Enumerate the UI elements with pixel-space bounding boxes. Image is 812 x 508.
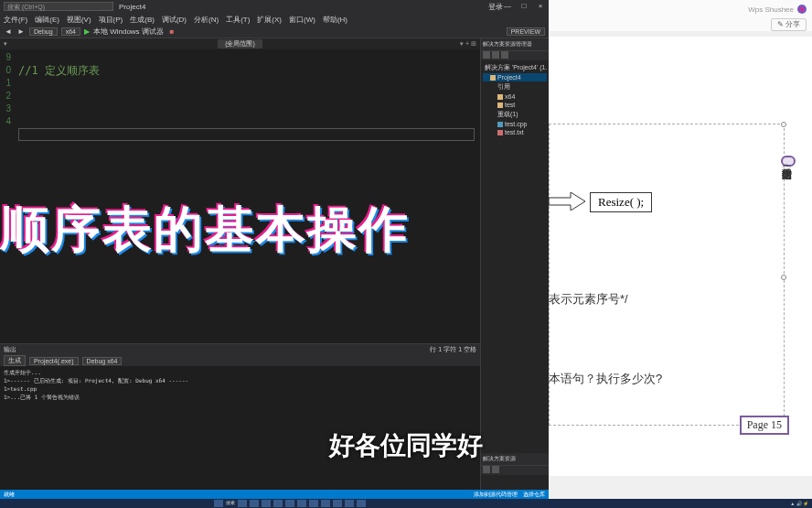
cursor-location: 行 1 字符 1 空格: [430, 345, 476, 354]
txt-icon: [497, 130, 503, 135]
menu-analyze[interactable]: 分析(N): [194, 15, 219, 25]
menu-debug[interactable]: 调试(D): [162, 15, 187, 25]
taskbar-app[interactable]: [273, 500, 283, 507]
taskbar-search[interactable]: 搜索: [226, 500, 235, 507]
menu-build[interactable]: 生成(B): [130, 15, 155, 25]
editor-breadcrumb-bar: ▾ (全局范围) ▾ + ⊞: [0, 38, 480, 49]
maximize-icon[interactable]: □: [519, 2, 529, 11]
minimize-icon[interactable]: —: [503, 2, 512, 11]
forward-icon[interactable]: ►: [16, 27, 26, 37]
windows-taskbar[interactable]: 搜索 ▲ 🔊 ⚡: [0, 499, 812, 508]
group-icon[interactable]: [492, 466, 499, 473]
menu-window[interactable]: 窗口(W): [289, 15, 315, 25]
tree-item[interactable]: test.cpp: [483, 120, 547, 128]
preview-badge: PREVIEW: [507, 27, 545, 36]
solution-explorer-header[interactable]: 解决方案资源管理器: [481, 38, 549, 51]
menu-file[interactable]: 文件(F): [4, 15, 27, 25]
run-label[interactable]: 本地 Windows 调试器: [93, 27, 164, 37]
taskbar-app[interactable]: [333, 500, 342, 507]
start-button[interactable]: [214, 500, 223, 507]
title-bar[interactable]: 搜索 (Ctrl+Q) Project4 登录 — □ ×: [0, 0, 549, 13]
status-repo[interactable]: 选择仓库: [523, 491, 545, 499]
code-box: Resize( );: [590, 192, 652, 212]
properties-toolbar: [481, 466, 549, 475]
output-panel: 输出 行 1 字符 1 空格 生成 Project4(.exe) Debug x…: [0, 343, 480, 490]
taskbar-app[interactable]: [297, 500, 306, 507]
project-node[interactable]: Project4: [483, 73, 547, 81]
share-button[interactable]: ✎ 分享: [771, 18, 807, 31]
taskbar-app[interactable]: [321, 500, 330, 507]
play-icon[interactable]: ▶: [84, 27, 90, 36]
solution-tree[interactable]: 解决方案 'Project4' (1... Project4 引用 x64 te…: [481, 60, 549, 138]
home-icon[interactable]: [483, 51, 490, 59]
menu-bar: 文件(F) 编辑(E) 视图(V) 项目(P) 生成(B) 调试(D) 分析(N…: [0, 13, 549, 26]
sort-icon[interactable]: [483, 466, 490, 473]
output-toolbar: 生成 Project4(.exe) Debug x64: [0, 355, 480, 366]
cursor-line: [18, 128, 475, 141]
folder-icon: [497, 103, 503, 108]
output-title: 输出: [4, 345, 16, 354]
config-dropdown[interactable]: Debug: [29, 27, 58, 36]
globe-icon[interactable]: [797, 5, 807, 14]
scope-dropdown[interactable]: (全局范围): [218, 39, 262, 49]
output-header: 输出 行 1 字符 1 空格: [0, 344, 480, 355]
collapse-icon[interactable]: [501, 51, 508, 59]
arrow-icon: [549, 192, 585, 211]
menu-edit[interactable]: 编辑(E): [35, 15, 59, 25]
project-icon: [490, 75, 496, 81]
menu-extensions[interactable]: 扩展(X): [257, 15, 282, 25]
output-project-dropdown[interactable]: Project4(.exe): [29, 357, 79, 365]
back-icon[interactable]: ◄: [4, 27, 13, 37]
taskbar-app[interactable]: [345, 500, 354, 507]
search-input[interactable]: 搜索 (Ctrl+Q): [4, 2, 113, 11]
editor-area: ▾ (全局范围) ▾ + ⊞ 9 0 1 2 3 4 //1 定义顺序表: [0, 38, 480, 490]
menu-project[interactable]: 项目(P): [99, 15, 123, 25]
resize-handle[interactable]: [781, 122, 786, 127]
solution-toolbar: [481, 51, 549, 60]
status-source-control[interactable]: 添加到源代码管理: [474, 491, 518, 499]
side-label: 数据结构（用语言描述）: [781, 156, 796, 167]
solution-root[interactable]: 解决方案 'Project4' (1...: [483, 62, 547, 73]
video-subtitle: 好各位同学好: [0, 428, 812, 463]
close-icon[interactable]: ×: [536, 2, 545, 11]
document-window: Wps Shushee ✎ 分享 数据结构（用语言描述） Resize( ); …: [549, 0, 812, 499]
folder-icon: [497, 94, 503, 100]
platform-dropdown[interactable]: x64: [61, 27, 80, 36]
tree-item[interactable]: test: [483, 101, 547, 109]
toolbar: ◄ ► Debug x64 ▶ 本地 Windows 调试器 ■ PREVIEW: [0, 26, 549, 38]
user-name: Wps Shushee: [748, 5, 794, 14]
project-name: Project4: [119, 3, 145, 11]
stop-icon[interactable]: ■: [167, 27, 176, 37]
doc-toolrow: ✎ 分享: [549, 18, 812, 31]
tree-item[interactable]: 重载(1): [483, 109, 547, 120]
tree-item[interactable]: 引用: [483, 81, 547, 92]
tree-item[interactable]: x64: [483, 92, 547, 101]
menu-view[interactable]: 视图(V): [67, 15, 91, 25]
status-bar: 就绪 添加到源代码管理 选择仓库: [0, 490, 549, 499]
code-line: //1 定义顺序表: [18, 64, 475, 77]
taskbar-app[interactable]: [309, 500, 318, 507]
system-tray[interactable]: ▲ 🔊 ⚡: [790, 501, 808, 506]
resize-handle[interactable]: [781, 275, 786, 280]
output-config-dropdown[interactable]: Debug x64: [82, 357, 123, 365]
text-fragment: 表示元素序号*/: [549, 291, 628, 308]
cpp-icon: [497, 122, 503, 127]
menu-tools[interactable]: 工具(T): [226, 15, 250, 25]
refresh-icon[interactable]: [492, 51, 499, 59]
output-source-dropdown[interactable]: 生成: [4, 355, 26, 366]
side-panel: 解决方案资源管理器 解决方案 'Project4' (1... Project4…: [480, 38, 549, 490]
doc-titlebar: Wps Shushee: [549, 0, 812, 18]
taskbar-app[interactable]: [285, 500, 294, 507]
account-label[interactable]: 登录: [488, 2, 503, 12]
menu-help[interactable]: 帮助(H): [323, 15, 347, 25]
taskbar-app[interactable]: [250, 500, 259, 507]
taskbar-app[interactable]: [357, 500, 366, 507]
text-fragment: 本语句？执行多少次?: [549, 371, 662, 387]
status-ready: 就绪: [4, 491, 15, 499]
tree-item[interactable]: test.txt: [483, 128, 547, 136]
taskbar-app[interactable]: [262, 500, 271, 507]
video-title-overlay: 顺序表的基本操作: [0, 197, 410, 264]
taskbar-app[interactable]: [238, 500, 247, 507]
slide-page[interactable]: 数据结构（用语言描述） Resize( ); 表示元素序号*/ 本语句？执行多少…: [549, 37, 812, 476]
